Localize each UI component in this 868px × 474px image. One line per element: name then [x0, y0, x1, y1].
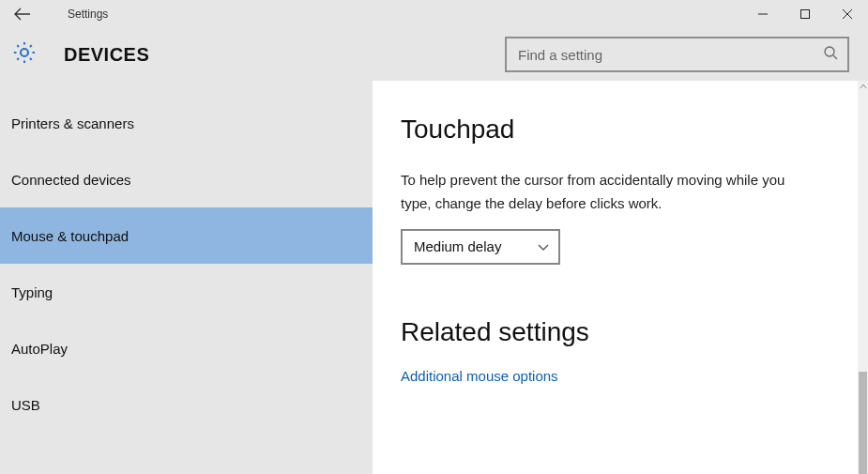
sidebar-item-autoplay[interactable]: AutoPlay: [0, 320, 373, 376]
section-title-touchpad: Touchpad: [401, 115, 816, 145]
maximize-icon: [800, 9, 810, 19]
sidebar-item-typing[interactable]: Typing: [0, 264, 373, 320]
scrollbar-thumb[interactable]: [859, 372, 867, 474]
page-category: DEVICES: [64, 44, 149, 66]
header: DEVICES: [0, 28, 868, 81]
chevron-down-icon: [538, 238, 549, 254]
svg-line-4: [833, 55, 837, 59]
arrow-left-icon: [14, 8, 31, 21]
window-title: Settings: [45, 8, 108, 21]
delay-dropdown-value: Medium delay: [414, 238, 538, 254]
search-box[interactable]: [505, 37, 849, 72]
sidebar-item-label: USB: [11, 397, 40, 413]
close-icon: [843, 9, 852, 19]
title-bar: Settings: [0, 0, 868, 28]
window-controls: [741, 0, 868, 28]
scroll-up-icon: [858, 81, 868, 92]
touchpad-description: To help prevent the cursor from accident…: [401, 169, 804, 216]
sidebar-item-label: Connected devices: [11, 172, 131, 188]
sidebar-item-label: Printers & scanners: [11, 115, 134, 131]
sidebar-item-label: Mouse & touchpad: [11, 228, 129, 244]
sidebar-item-label: Typing: [11, 284, 53, 300]
settings-gear-icon: [11, 39, 38, 69]
maximize-button[interactable]: [784, 0, 826, 28]
content-panel: Touchpad To help prevent the cursor from…: [373, 81, 858, 474]
section-title-related: Related settings: [401, 317, 816, 347]
additional-mouse-options-link[interactable]: Additional mouse options: [401, 368, 816, 384]
sidebar: Printers & scanners Connected devices Mo…: [0, 81, 373, 474]
minimize-icon: [758, 9, 768, 19]
sidebar-item-usb[interactable]: USB: [0, 376, 373, 433]
svg-point-2: [21, 49, 28, 56]
back-button[interactable]: [0, 0, 45, 28]
content-scrollbar[interactable]: [858, 81, 868, 474]
search-input[interactable]: [518, 47, 823, 63]
minimize-button[interactable]: [741, 0, 784, 28]
sidebar-item-label: AutoPlay: [11, 341, 68, 357]
sidebar-item-printers[interactable]: Printers & scanners: [0, 95, 373, 151]
sidebar-item-connected-devices[interactable]: Connected devices: [0, 151, 373, 207]
search-icon: [823, 45, 838, 64]
close-button[interactable]: [826, 0, 868, 28]
svg-rect-1: [800, 10, 809, 19]
svg-point-3: [825, 47, 834, 56]
delay-dropdown[interactable]: Medium delay: [401, 229, 560, 265]
sidebar-item-mouse-touchpad[interactable]: Mouse & touchpad: [0, 207, 373, 264]
